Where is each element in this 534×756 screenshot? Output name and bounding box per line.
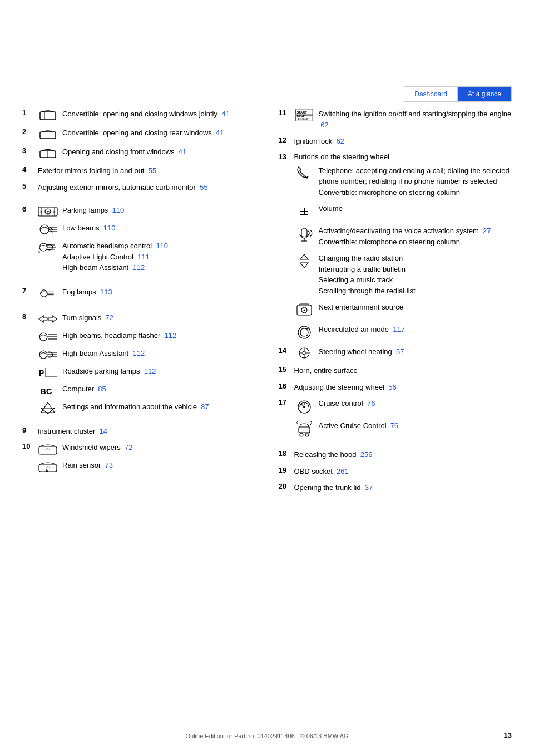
radio-station-icon — [294, 253, 314, 269]
entry-7: 7 ↓ Fog lamps 113 — [22, 287, 256, 300]
entry-14: 14 Steering wheel heatin — [279, 346, 512, 360]
entry-10-wipers: Windshield wipers 72 — [38, 442, 256, 455]
roadside-parking-icon: P — [38, 366, 58, 379]
entry-16-num: 16 — [279, 382, 290, 390]
settings-text: Settings and information about the vehic… — [62, 401, 256, 413]
svg-point-61 — [303, 310, 305, 311]
svg-marker-57 — [300, 254, 308, 259]
svg-point-34 — [39, 351, 47, 359]
rain-sensor-text: Rain sensor 73 — [62, 460, 256, 471]
entry-6-header: 6 D ≡ ≡ — [22, 205, 256, 278]
low-beams-icon — [38, 223, 58, 236]
svg-point-12 — [40, 225, 49, 234]
svg-rect-74 — [299, 427, 310, 433]
entry-13-voice: Activating/deactivating the voice activa… — [294, 225, 512, 247]
entry-4-num: 4 — [22, 165, 33, 174]
svg-point-62 — [298, 326, 310, 338]
windshield-wipers-text: Windshield wipers 72 — [62, 442, 256, 453]
entry-9: 9 Instrument cluster 14 — [22, 426, 256, 437]
svg-rect-2 — [40, 132, 56, 139]
svg-point-75 — [300, 433, 303, 436]
phone-button-text: Telephone: accepting and ending a call; … — [319, 165, 512, 198]
entry-13-entertainment: Next entertainment source — [294, 302, 512, 318]
entry-2: 2 Convertible: opening and closing rear … — [22, 127, 256, 141]
tab-dashboard[interactable]: Dashboard — [404, 87, 458, 101]
entry-13-recirculated: Recirculated air mode 117 — [294, 324, 512, 341]
volume-text: Volume — [319, 203, 512, 214]
entry-11: 11 START STOP ENGINE Switching the ignit… — [279, 109, 512, 130]
entry-4-text: Exterior mirrors folding in and out 55 — [38, 165, 256, 176]
tab-at-a-glance[interactable]: At a glance — [458, 87, 511, 101]
entry-8-turnsignals: Turn signals 72 — [38, 312, 256, 326]
entry-1: 1 Convertible: opening and closing windo… — [22, 109, 256, 122]
entry-1-text: Convertible: opening and closing windows… — [62, 109, 256, 120]
entry-3: 3 Opening and closing front windows 41 — [22, 146, 256, 160]
entry-20: 20 Opening the trunk lid 37 — [279, 482, 512, 493]
next-entertainment-icon — [294, 302, 314, 318]
auto-headlamp-text: Automatic headlamp control 110 Adaptive … — [62, 240, 256, 273]
svg-text:STOP: STOP — [296, 114, 305, 117]
entry-17-active-cruise: Active Cruise Control 76 — [294, 420, 512, 438]
entry-1-icon — [38, 109, 58, 122]
entry-2-icon — [38, 127, 58, 141]
entry-6-parking: D ≡ ≡ Parking lamps 110 — [38, 205, 256, 218]
entry-2-num: 2 — [22, 127, 33, 136]
entry-2-text: Convertible: opening and closing rear wi… — [62, 127, 256, 139]
svg-point-30 — [39, 333, 47, 341]
svg-marker-28 — [39, 316, 47, 322]
rain-sensor-icon: ▲ — [38, 460, 58, 473]
left-column: 1 Convertible: opening and closing windo… — [22, 109, 261, 711]
svg-marker-42 — [41, 402, 55, 413]
svg-text:ENGINE: ENGINE — [298, 118, 308, 121]
high-beam-assistant-text: High-beam Assistant 112 — [62, 348, 256, 359]
windshield-wipers-icon — [38, 442, 58, 455]
entry-14-text: Steering wheel heating 57 — [319, 346, 512, 357]
low-beams-text: Low beams 110 — [62, 223, 256, 234]
entry-20-text: Opening the trunk lid 37 — [294, 482, 512, 493]
entry-16-text: Adjusting the steering wheel 56 — [294, 382, 512, 393]
turn-signals-icon — [38, 312, 58, 326]
entry-3-num: 3 — [22, 146, 33, 155]
entry-11-text: Switching the ignition on/off and starti… — [319, 109, 512, 130]
entry-8-header: 8 Turn signals 72 — [22, 312, 256, 419]
svg-text:↓: ↓ — [46, 294, 47, 298]
recirculated-air-text: Recirculated air mode 117 — [319, 324, 512, 335]
recirculated-air-icon — [294, 324, 314, 341]
svg-point-64 — [303, 351, 306, 355]
svg-text:BC: BC — [40, 386, 52, 396]
svg-point-76 — [305, 433, 309, 436]
entry-13-num: 13 — [279, 153, 290, 161]
entry-17-num: 17 — [279, 398, 290, 406]
entry-3-icon — [38, 146, 58, 160]
auto-headlamp-icon: ≡ — [38, 240, 58, 254]
main-content: 1 Convertible: opening and closing windo… — [22, 109, 512, 711]
svg-line-17 — [50, 227, 53, 230]
entry-12: 12 Ignition lock 62 — [279, 136, 512, 147]
fog-lamps-icon: ↓ — [38, 287, 58, 300]
entry-15: 15 Horn, entire surface — [279, 365, 512, 376]
entry-19-num: 19 — [279, 466, 290, 474]
high-beams-flasher-icon — [38, 330, 58, 343]
entry-15-num: 15 — [279, 365, 290, 374]
svg-text:≡: ≡ — [38, 250, 41, 253]
page-number: 13 — [504, 731, 512, 739]
entry-17-header: 17 — [279, 398, 512, 443]
svg-text:D: D — [47, 210, 50, 215]
phone-button-icon — [294, 165, 314, 182]
cruise-control-icon — [294, 398, 314, 416]
entry-8-num: 8 — [22, 312, 33, 321]
svg-rect-44 — [39, 446, 57, 454]
svg-text:≡: ≡ — [53, 210, 55, 214]
svg-rect-0 — [40, 112, 56, 120]
entry-15-text: Horn, entire surface — [294, 365, 512, 376]
turn-signals-text: Turn signals 72 — [62, 312, 256, 323]
voice-activation-text: Activating/deactivating the voice activa… — [319, 225, 512, 247]
entry-14-num: 14 — [279, 346, 290, 355]
entry-13-header: 13 Buttons on the steering wheel Telepho… — [279, 153, 512, 347]
entry-9-text: Instrument cluster 14 — [38, 426, 256, 437]
entry-20-num: 20 — [279, 482, 290, 490]
svg-marker-58 — [300, 263, 308, 268]
tab-at-a-glance-label: At a glance — [468, 90, 501, 98]
entry-13-phone: Telephone: accepting and ending a call; … — [294, 165, 512, 198]
entry-8-hba: High-beam Assistant 112 — [38, 348, 256, 361]
